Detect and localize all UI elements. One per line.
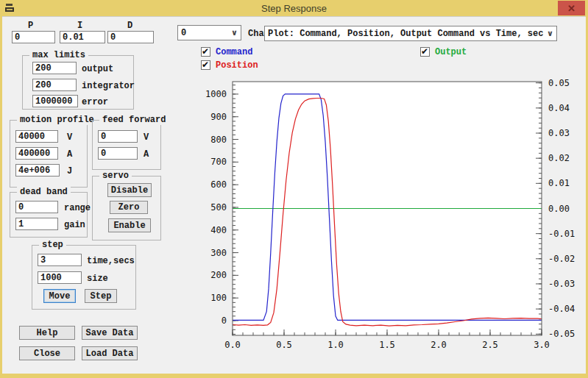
step-title: step (39, 240, 66, 250)
max-integrator-label: integrator (82, 81, 135, 91)
svg-text:0: 0 (222, 315, 227, 326)
d-label: D (127, 21, 132, 31)
dead-band-group: dead band (10, 192, 88, 238)
app-icon (4, 2, 17, 14)
chevron-down-icon: ∨ (231, 28, 238, 38)
motion-profile-title: motion profile (17, 115, 97, 125)
svg-text:0.02: 0.02 (548, 153, 570, 163)
max-error-input[interactable] (32, 95, 78, 107)
svg-text:500: 500 (210, 202, 227, 213)
svg-text:0.00: 0.00 (548, 204, 570, 214)
output-checkbox[interactable] (420, 47, 430, 57)
step-time-input[interactable] (38, 254, 82, 266)
deadband-range-input[interactable] (15, 201, 58, 213)
svg-text:0.04: 0.04 (548, 103, 570, 113)
ff-accel-label: A (144, 149, 149, 160)
svg-text:0.0: 0.0 (224, 340, 241, 350)
svg-text:-0.01: -0.01 (548, 229, 575, 239)
svg-text:0.03: 0.03 (548, 128, 570, 138)
close-button[interactable]: ✕ (558, 1, 585, 15)
channel-select[interactable]: 0 ∨ (177, 25, 241, 40)
step-size-label: size (87, 274, 108, 284)
deadband-gain-input[interactable] (15, 218, 58, 230)
svg-text:-0.03: -0.03 (548, 279, 575, 289)
i-label: I (77, 21, 82, 31)
svg-text:1000: 1000 (205, 89, 227, 99)
ff-accel-input[interactable] (98, 147, 138, 160)
command-checkbox[interactable] (201, 47, 210, 57)
profile-jerk-input[interactable] (15, 164, 60, 176)
svg-text:900: 900 (210, 112, 227, 122)
plot-select[interactable]: Plot: Command, Position, Output Command … (264, 26, 557, 41)
load-data-button[interactable]: Load Data (82, 346, 138, 360)
svg-text:-0.05: -0.05 (548, 329, 575, 339)
profile-jerk-label: J (67, 166, 72, 176)
save-data-button[interactable]: Save Data (82, 326, 138, 340)
svg-text:-0.04: -0.04 (548, 304, 575, 314)
max-output-label: output (82, 64, 113, 74)
svg-text:2.5: 2.5 (482, 340, 498, 350)
svg-text:-0.02: -0.02 (548, 254, 575, 264)
position-checkbox[interactable] (201, 60, 210, 70)
svg-text:0.05: 0.05 (548, 78, 570, 88)
deadband-gain-label: gain (64, 220, 85, 230)
step-time-label: time,secs (87, 256, 135, 266)
p-input[interactable] (12, 31, 55, 43)
feed-forward-title: feed forward (99, 115, 169, 125)
dialog-body: P I D 0 ∨ Channel Plot: Command, Positio… (2, 16, 586, 374)
close-icon: ✕ (567, 3, 575, 14)
position-checkbox-label: Position (216, 60, 258, 71)
svg-text:700: 700 (210, 157, 227, 167)
chevron-down-icon: ∨ (547, 29, 553, 38)
ff-velocity-label: V (144, 132, 149, 143)
move-button[interactable]: Move (43, 289, 76, 303)
profile-velocity-input[interactable] (15, 130, 58, 143)
d-input[interactable] (107, 31, 154, 43)
titlebar: Step Response ✕ (0, 0, 588, 16)
svg-text:600: 600 (210, 179, 227, 190)
i-input[interactable] (60, 31, 105, 43)
step-response-chart: 0.00.51.01.52.02.53.00100200300400500600… (191, 71, 581, 357)
max-integrator-input[interactable] (32, 79, 77, 91)
chart-canvas: 0.00.51.01.52.02.53.00100200300400500600… (191, 71, 581, 357)
svg-text:2.0: 2.0 (431, 340, 447, 350)
svg-text:0.5: 0.5 (276, 340, 292, 350)
dead-band-title: dead band (17, 187, 71, 197)
window-title: Step Response (261, 3, 327, 14)
svg-text:3.0: 3.0 (534, 340, 550, 350)
svg-text:1.0: 1.0 (327, 340, 344, 350)
max-output-input[interactable] (32, 62, 77, 74)
svg-text:200: 200 (210, 270, 227, 280)
deadband-range-label: range (64, 203, 91, 213)
max-error-label: error (82, 97, 108, 107)
servo-enable-button[interactable]: Enable (108, 218, 151, 232)
plot-select-value: Plot: Command, Position, Output Command … (268, 29, 544, 39)
svg-text:400: 400 (210, 225, 227, 235)
output-checkbox-label: Output (435, 47, 467, 57)
profile-accel-input[interactable] (15, 147, 58, 160)
servo-zero-button[interactable]: Zero (110, 201, 148, 214)
profile-velocity-label: V (67, 132, 72, 143)
svg-text:0.01: 0.01 (548, 178, 570, 188)
max-limits-title: max limits (29, 50, 88, 60)
step-response-window: Step Response ✕ P I D 0 ∨ Channel Plot: … (0, 0, 588, 378)
svg-text:1.5: 1.5 (379, 340, 395, 350)
step-size-input[interactable] (38, 271, 82, 284)
svg-text:800: 800 (210, 135, 227, 145)
help-button[interactable]: Help (19, 326, 75, 340)
svg-text:300: 300 (210, 248, 227, 258)
channel-value: 0 (181, 28, 228, 38)
svg-text:100: 100 (210, 293, 227, 303)
step-button[interactable]: Step (85, 289, 117, 303)
profile-accel-label: A (67, 149, 72, 160)
p-label: P (28, 21, 33, 31)
command-checkbox-label: Command (216, 47, 252, 57)
servo-disable-button[interactable]: Disable (107, 183, 152, 197)
servo-title: servo (99, 171, 132, 181)
ff-velocity-input[interactable] (98, 130, 138, 143)
close-dialog-button[interactable]: Close (19, 346, 75, 360)
feed-forward-group: feed forward (92, 120, 161, 170)
